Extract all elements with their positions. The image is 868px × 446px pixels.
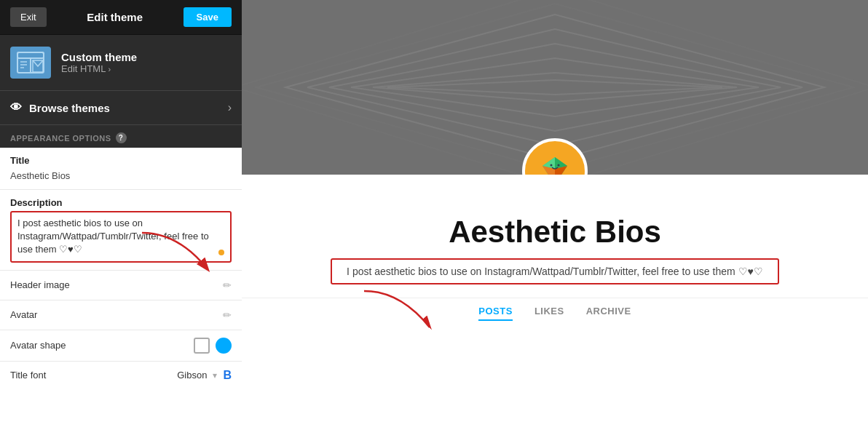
browse-themes-left: 👁 Browse themes — [10, 101, 110, 114]
custom-theme-info: Custom theme Edit HTML › — [61, 51, 137, 74]
eye-icon: 👁 — [10, 101, 22, 114]
header-bar: Exit Edit theme Save — [0, 0, 242, 35]
bold-toggle[interactable]: B — [223, 369, 232, 382]
description-box[interactable]: I post aesthetic bios to use on Instagra… — [10, 211, 232, 263]
description-field: Description I post aesthetic bios to use… — [0, 190, 242, 271]
shape-options — [194, 338, 232, 354]
browse-themes-label: Browse themes — [29, 102, 110, 114]
browse-themes-chevron: › — [228, 101, 232, 114]
svg-rect-1 — [17, 52, 44, 58]
title-label: Title — [10, 155, 232, 166]
exit-button[interactable]: Exit — [10, 7, 47, 27]
help-icon[interactable]: ? — [116, 132, 127, 143]
save-button[interactable]: Save — [184, 7, 232, 27]
avatar-label: Avatar — [10, 309, 37, 320]
theme-icon — [10, 47, 51, 79]
avatar-edit-icon[interactable]: ✏ — [223, 309, 232, 321]
appearance-options-label: APPEARANCE OPTIONS ? — [0, 125, 242, 148]
blog-title: Aesthetic Bios — [449, 215, 661, 250]
nav-posts[interactable]: POSTS — [478, 306, 513, 321]
avatar-shape-label: Avatar shape — [10, 340, 66, 351]
avatar-shape-row: Avatar shape — [0, 330, 242, 362]
custom-theme-name: Custom theme — [61, 51, 137, 63]
font-controls: Gibson ▾ B — [177, 369, 232, 382]
description-value: I post aesthetic bios to use on Instagra… — [17, 218, 209, 255]
blog-content: Aesthetic Bios I post aesthetic bios to … — [242, 175, 868, 446]
form-area: Title Aesthetic Bios Description I post … — [0, 148, 242, 446]
header-image-edit-icon[interactable]: ✏ — [223, 279, 232, 291]
avatar-row: Avatar ✏ — [0, 300, 242, 330]
header-image-row: Header image ✏ — [0, 271, 242, 300]
svg-point-20 — [551, 164, 553, 167]
description-label: Description — [10, 197, 232, 208]
nav-likes[interactable]: LIKES — [534, 306, 564, 321]
blog-description: I post aesthetic bios to use on Instagra… — [331, 258, 779, 284]
browse-themes-row[interactable]: 👁 Browse themes › — [0, 91, 242, 125]
title-font-label: Title font — [10, 370, 46, 381]
blog-nav: POSTS LIKES ARCHIVE — [242, 298, 868, 321]
shape-circle-option[interactable] — [216, 338, 232, 354]
custom-theme-row: Custom theme Edit HTML › — [0, 35, 242, 91]
shape-square-option[interactable] — [194, 338, 210, 354]
page-title: Edit theme — [87, 11, 143, 23]
blog-description-text: I post aesthetic bios to use on Instagra… — [347, 266, 763, 277]
avatar-icon — [535, 151, 575, 175]
edit-html-link[interactable]: Edit HTML › — [61, 63, 137, 74]
edit-html-chevron: › — [108, 65, 111, 73]
orange-dot — [218, 250, 224, 255]
title-value: Aesthetic Bios — [10, 170, 70, 181]
font-name: Gibson — [177, 370, 207, 381]
title-field: Title Aesthetic Bios — [0, 148, 242, 190]
header-image-label: Header image — [10, 279, 70, 290]
title-font-row: Title font Gibson ▾ B — [0, 362, 242, 389]
blog-header — [242, 0, 868, 175]
svg-point-21 — [558, 164, 560, 167]
font-dropdown-chevron[interactable]: ▾ — [213, 370, 217, 381]
nav-archive[interactable]: ARCHIVE — [586, 306, 631, 321]
